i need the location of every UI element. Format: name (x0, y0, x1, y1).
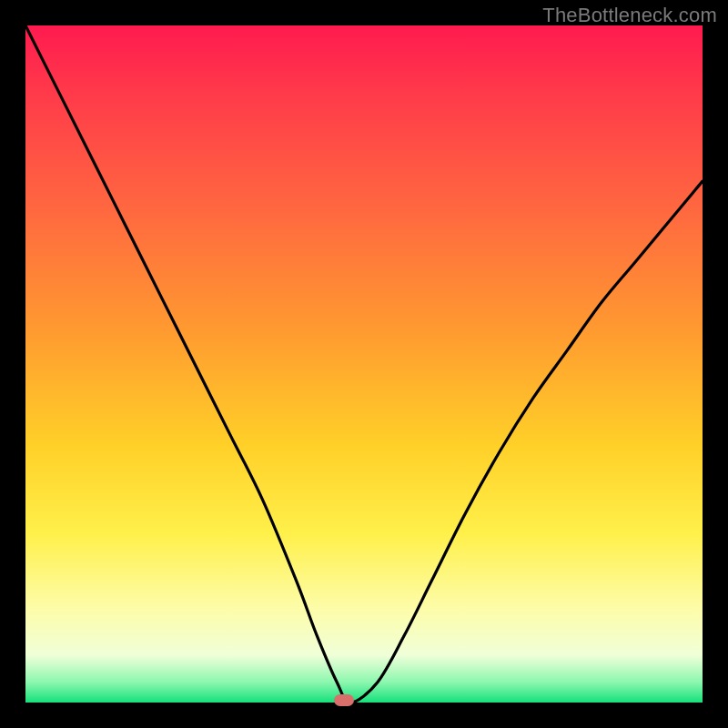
minimum-marker (334, 694, 354, 706)
outer-frame: TheBottleneck.com (0, 0, 728, 728)
bottleneck-curve (25, 25, 703, 703)
plot-area (25, 25, 703, 703)
curve-path (25, 25, 703, 703)
watermark-text: TheBottleneck.com (542, 4, 717, 27)
